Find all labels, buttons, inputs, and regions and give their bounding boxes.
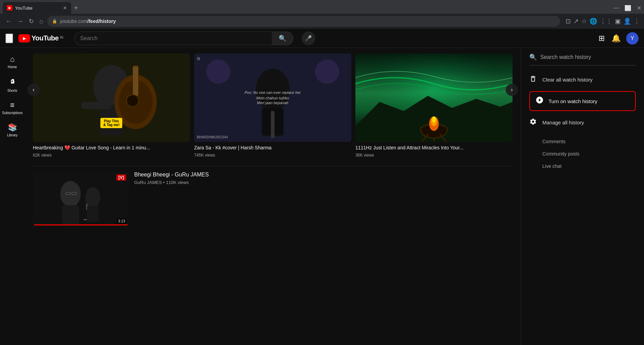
- music-line3: Meri jaan bepanah: [244, 101, 301, 105]
- manage-history-action[interactable]: Manage all history: [529, 114, 636, 131]
- clear-history-label: Clear all watch history: [542, 77, 593, 83]
- carousel-prev-button[interactable]: ‹: [27, 84, 40, 96]
- youtube-logo-text: YouTube: [31, 34, 59, 42]
- manage-history-label: Manage all history: [542, 120, 584, 125]
- sidebar-toggle-icon[interactable]: ▣: [615, 17, 621, 25]
- svg-rect-28: [33, 172, 129, 225]
- screen-cast-icon[interactable]: ⊡: [566, 17, 571, 25]
- hamburger-menu-button[interactable]: ☰: [5, 34, 13, 43]
- search-button[interactable]: 🔍: [272, 32, 293, 45]
- back-button[interactable]: ←: [4, 16, 13, 26]
- video-meta-1: 745K views: [194, 153, 351, 158]
- share-icon[interactable]: ↗: [573, 17, 579, 25]
- music-line1: Pov: No one can ever replace her: [244, 90, 301, 95]
- address-bar-row: ← → ↻ ⌂ 🔒 youtube.com/feed/history ⊡ ↗ ☆…: [0, 14, 644, 29]
- svg-point-27: [432, 116, 436, 123]
- svg-point-10: [127, 95, 139, 107]
- tab-close-button[interactable]: ✕: [63, 5, 67, 11]
- list-thumb-0: [V] 3:13: [33, 172, 129, 226]
- turn-on-history-action[interactable]: Turn on watch history: [529, 91, 636, 111]
- search-bar: 🔍: [74, 32, 293, 45]
- video-title-1: Zara Sa - Kk #cover | Harsh Sharma: [194, 145, 351, 151]
- live-chat-sub-item[interactable]: Live chat: [542, 160, 636, 172]
- active-tab[interactable]: ▶ YouTube ✕: [3, 2, 71, 14]
- security-icon: 🔒: [52, 19, 57, 24]
- header-right: ⊞ 🔔 Y: [597, 32, 639, 45]
- list-video-channel-0: GuRu JAMES • 110K views: [134, 180, 513, 185]
- window-controls: — ⬜ ✕: [614, 5, 641, 11]
- globe-icon[interactable]: 🌐: [590, 17, 597, 25]
- svg-point-16: [206, 60, 230, 84]
- url-path: /feed/history: [87, 19, 116, 24]
- mic-button[interactable]: 🎤: [302, 32, 315, 45]
- svg-rect-11: [81, 102, 111, 109]
- section-divider: [33, 166, 513, 166]
- list-video-title-0: Bheegi Bheegi - GuRu JAMES: [134, 172, 513, 178]
- gear-icon: [529, 118, 538, 127]
- community-posts-sub-item[interactable]: Community posts: [542, 148, 636, 160]
- svg-rect-30: [62, 205, 79, 224]
- url-text: youtube.com/feed/history: [60, 19, 116, 24]
- youtube-app: ☰ YouTube IN 🔍 🎤 ⊞ 🔔 Y ⌂ Home: [0, 29, 644, 345]
- subscriptions-icon: ≡: [10, 101, 15, 110]
- notifications-button[interactable]: 🔔: [610, 33, 622, 44]
- carousel-track: Play This& Tag me! Heartbreaking 💔 Guita…: [33, 53, 513, 158]
- address-bar[interactable]: 🔒 youtube.com/feed/history: [47, 16, 560, 27]
- bookmark-icon[interactable]: ☆: [581, 17, 587, 25]
- list-video-item-0[interactable]: [V] 3:13 Bheegi Bheegi - GuRu JAMES GuRu…: [33, 172, 513, 226]
- video-thumbnail-0: Play This& Tag me!: [33, 53, 190, 142]
- refresh-button[interactable]: ↻: [27, 16, 35, 26]
- carousel-card-1[interactable]: ⊙ BHARSHMUSIC044 Pov: No one can ever re…: [194, 53, 351, 158]
- svg-rect-5: [132, 66, 139, 96]
- right-panel: 🔍 Search watch history Clear all watch h…: [521, 48, 644, 345]
- sidebar-item-home[interactable]: ⌂ Home: [1, 51, 24, 72]
- youtube-logo[interactable]: YouTube IN: [18, 34, 63, 42]
- comments-sub-item[interactable]: Comments: [542, 135, 636, 148]
- youtube-logo-icon: [18, 34, 30, 42]
- channel-badge: BHARSHMUSIC044: [197, 135, 228, 139]
- sidebar-item-shorts[interactable]: Shorts: [1, 73, 24, 95]
- search-input[interactable]: [74, 32, 272, 45]
- library-icon: 📚: [8, 123, 17, 132]
- tab-favicon: ▶: [7, 5, 12, 11]
- menu-dots-icon[interactable]: ⋮: [634, 17, 640, 25]
- history-sub-actions: Comments Community posts Live chat: [529, 135, 636, 172]
- video-thumbnail-2: [355, 53, 513, 142]
- clear-history-action[interactable]: Clear all watch history: [529, 71, 636, 88]
- carousel-card-2[interactable]: 1111Hz Just Listen and Attract Miracles …: [355, 53, 513, 158]
- tab-bar: ▶ YouTube ✕ + — ⬜ ✕: [0, 0, 644, 14]
- new-tab-button[interactable]: +: [74, 4, 78, 12]
- sidebar-home-label: Home: [8, 65, 17, 69]
- sidebar-item-subscriptions[interactable]: ≡ Subscriptions: [1, 97, 24, 118]
- history-search-placeholder: Search watch history: [540, 54, 591, 60]
- duration-badge-0: 3:13: [117, 219, 127, 223]
- yt-header: ☰ YouTube IN 🔍 🎤 ⊞ 🔔 Y: [0, 29, 644, 48]
- carousel-card-0[interactable]: Play This& Tag me! Heartbreaking 💔 Guita…: [33, 53, 190, 158]
- home-button[interactable]: ⌂: [38, 16, 45, 26]
- create-button[interactable]: ⊞: [597, 33, 606, 44]
- history-search-bar[interactable]: 🔍 Search watch history: [529, 53, 636, 65]
- ig-badge: ⊙: [197, 56, 200, 61]
- sidebar-item-library[interactable]: 📚 Library: [1, 119, 24, 140]
- forward-button[interactable]: →: [16, 16, 25, 26]
- puzzle-icon[interactable]: ⋮⋮: [600, 17, 612, 25]
- play-tag-badge: Play This& Tag me!: [101, 118, 123, 128]
- sidebar-subscriptions-label: Subscriptions: [2, 111, 23, 115]
- svg-point-17: [315, 60, 339, 84]
- svg-point-34: [85, 187, 100, 208]
- minimize-icon[interactable]: —: [614, 5, 619, 11]
- sidebar-library-label: Library: [7, 133, 18, 137]
- user-avatar[interactable]: Y: [626, 32, 639, 45]
- close-window-icon[interactable]: ✕: [637, 5, 641, 11]
- toolbar-icons: ⊡ ↗ ☆ 🌐 ⋮⋮ ▣ 👤 ⋮: [566, 17, 640, 25]
- main-content: ‹ ›: [25, 48, 521, 345]
- browser-chrome: ▶ YouTube ✕ + — ⬜ ✕ ← → ↻ ⌂ 🔒 youtube.co…: [0, 0, 644, 29]
- carousel-next-button[interactable]: ›: [506, 84, 518, 96]
- svg-rect-15: [271, 111, 275, 138]
- profile-icon[interactable]: 👤: [623, 17, 631, 25]
- video-info-0: Heartbreaking 💔 Guitar Love Song - Learn…: [33, 142, 190, 158]
- video-title-0: Heartbreaking 💔 Guitar Love Song - Learn…: [33, 145, 190, 151]
- music-line2: Mein chahun tujhko: [244, 96, 301, 100]
- list-video-info-0: Bheegi Bheegi - GuRu JAMES GuRu JAMES • …: [134, 172, 513, 226]
- maximize-icon[interactable]: ⬜: [624, 5, 631, 11]
